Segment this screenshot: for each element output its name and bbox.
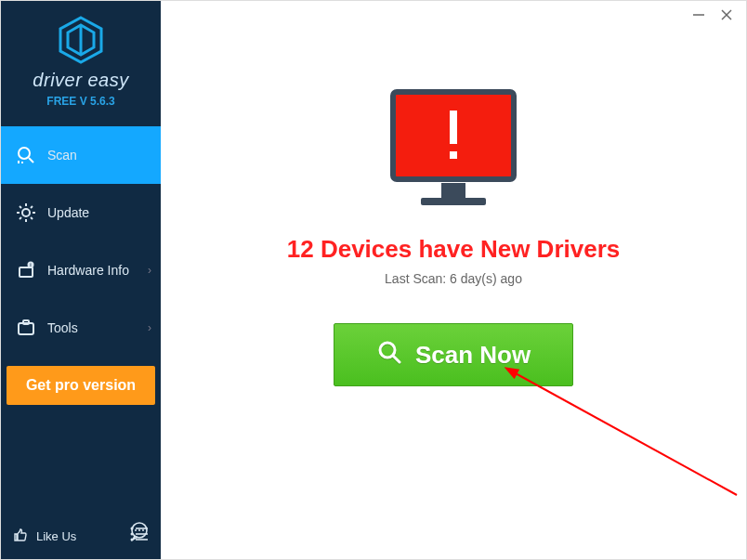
svg-point-27 xyxy=(131,527,134,530)
alert-monitor-icon xyxy=(384,85,523,218)
headline-text: 12 Devices have New Drivers xyxy=(287,235,620,264)
svg-rect-18 xyxy=(20,267,33,277)
sidebar-item-label: Scan xyxy=(47,148,77,163)
chevron-right-icon: › xyxy=(148,264,151,277)
svg-rect-36 xyxy=(421,198,486,205)
svg-point-29 xyxy=(131,533,134,536)
svg-point-31 xyxy=(131,539,134,541)
search-icon xyxy=(376,339,402,371)
gear-icon xyxy=(14,202,38,223)
annotation-arrow-icon xyxy=(505,365,746,514)
sidebar-bottom: Like Us xyxy=(1,517,161,559)
sidebar-item-update[interactable]: Update xyxy=(1,184,161,241)
svg-line-14 xyxy=(20,206,21,208)
tools-icon xyxy=(14,318,38,338)
main-panel: 12 Devices have New Drivers Last Scan: 6… xyxy=(161,1,746,559)
app-logo-icon xyxy=(55,14,107,66)
svg-line-16 xyxy=(31,206,33,208)
svg-point-9 xyxy=(22,209,30,216)
svg-line-40 xyxy=(393,356,400,362)
svg-line-41 xyxy=(514,372,737,495)
sidebar-item-scan[interactable]: Scan xyxy=(1,126,161,184)
menu-icon[interactable] xyxy=(129,526,150,546)
close-button[interactable] xyxy=(718,7,735,23)
last-scan-text: Last Scan: 6 day(s) ago xyxy=(385,271,522,286)
search-icon xyxy=(14,145,38,165)
logo-area: driver easy FREE V 5.6.3 xyxy=(1,1,161,117)
scan-now-label: Scan Now xyxy=(415,341,531,370)
sidebar-item-hardware-info[interactable]: i Hardware Info › xyxy=(1,241,161,299)
svg-line-6 xyxy=(29,158,33,163)
version-text: FREE V 5.6.3 xyxy=(1,95,161,108)
hardware-icon: i xyxy=(14,260,38,280)
thumbs-up-icon xyxy=(12,527,29,546)
chevron-right-icon: › xyxy=(148,321,151,334)
scan-now-button[interactable]: Scan Now xyxy=(334,323,573,386)
sidebar-item-tools[interactable]: Tools › xyxy=(1,299,161,357)
sidebar-item-label: Update xyxy=(47,205,89,220)
sidebar-item-label: Tools xyxy=(47,320,78,335)
get-pro-label: Get pro version xyxy=(26,377,136,394)
svg-line-15 xyxy=(31,217,33,219)
sidebar-item-label: Hardware Info xyxy=(47,263,129,278)
get-pro-button[interactable]: Get pro version xyxy=(7,366,155,405)
window-controls xyxy=(679,1,746,29)
minimize-button[interactable] xyxy=(690,7,707,23)
svg-rect-35 xyxy=(441,183,465,198)
svg-rect-38 xyxy=(450,151,457,159)
like-us-label: Like Us xyxy=(36,529,76,543)
app-window: driver easy FREE V 5.6.3 Scan Update i xyxy=(0,0,747,560)
svg-line-17 xyxy=(20,217,21,219)
svg-point-5 xyxy=(19,148,30,159)
svg-rect-37 xyxy=(450,111,457,144)
sidebar-nav: Scan Update i Hardware Info › Tools xyxy=(1,126,161,357)
sidebar: driver easy FREE V 5.6.3 Scan Update i xyxy=(1,1,161,559)
brand-text: driver easy xyxy=(1,70,161,91)
